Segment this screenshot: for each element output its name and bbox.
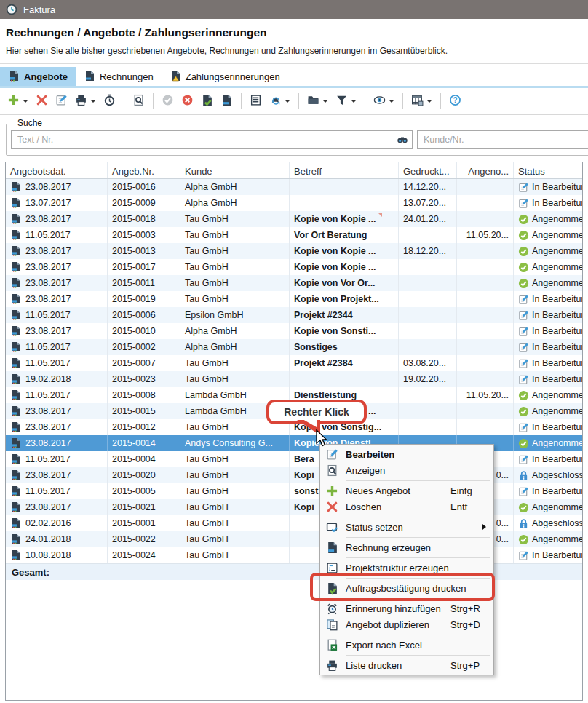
cell-kunde: Tau GmbH [180, 371, 290, 387]
column-header-6[interactable]: Status [514, 162, 582, 178]
binoculars-icon[interactable] [397, 134, 408, 146]
table-body: 23.08.20172015-0016Alpha GmbH14.12.20...… [6, 179, 582, 563]
cell-angebotsdatum: 23.08.2017 [6, 211, 108, 227]
tab-zahlungserinnerungen[interactable]: Zahlungserinnerungen [162, 67, 288, 86]
customer-search-input[interactable] [417, 130, 588, 149]
cell-kunde: Epsilon GmbH [180, 307, 290, 323]
table-row[interactable]: 19.02.20182015-0023Tau GmbH19.02.20...In… [6, 371, 582, 387]
table-row[interactable]: 23.08.20172015-0013Tau GmbHKopie von Kop… [6, 243, 582, 259]
menu-separator [346, 480, 490, 481]
toolbar-new-offer-button[interactable] [4, 92, 31, 111]
menu-item-status-setzen[interactable]: Status setzen [320, 519, 493, 535]
cell-status: Angenommen [514, 227, 582, 243]
toolbar-reject-button[interactable] [178, 92, 196, 111]
table-row[interactable]: 13.07.20172015-0009Alpha GmbH13.07.20...… [6, 195, 582, 211]
folder-icon [307, 94, 319, 109]
table-row[interactable]: 11.05.20172015-0004Tau GmbHBeraIn Bearbe… [6, 451, 582, 467]
mouse-cursor-icon [316, 429, 329, 447]
clock-icon [6, 4, 17, 15]
toolbar-print-button[interactable] [72, 92, 99, 111]
table-row[interactable]: 02.02.20162015-0001Tau GmbH0...Abgeschlo… [6, 515, 582, 531]
menu-item-bearbeiten[interactable]: Bearbeiten [320, 446, 493, 462]
toolbar-history-button[interactable] [100, 92, 119, 111]
table-row[interactable]: 11.05.20172015-0006Epsilon GmbHProjekt #… [6, 307, 582, 323]
menu-item-export-nach-excel[interactable]: Export nach Excel [320, 637, 493, 653]
toolbar-filter-button[interactable] [333, 92, 359, 111]
column-header-1[interactable]: Angeb.Nr. [108, 162, 180, 178]
tab-angebote[interactable]: Angebote [0, 67, 76, 86]
cell-status: In Bearbeitung [514, 483, 582, 499]
cell-betreff: Kopie von Sonsti... [290, 323, 399, 339]
menu-item-label: Rechnung erzeugen [346, 542, 431, 553]
toolbar-refresh-layout-button[interactable] [266, 92, 293, 111]
column-header-4[interactable]: Gedruckt... [399, 162, 457, 178]
toolbar-delete-button[interactable] [33, 92, 51, 111]
status-badge: Angenommen [532, 214, 582, 224]
menu-item-loeschen[interactable]: LöschenEntf [320, 499, 493, 515]
toolbar-report-button[interactable] [247, 92, 265, 111]
menu-shortcut: Strg+R [450, 603, 480, 614]
cell-angebotsnummer: 2015-0022 [108, 531, 180, 547]
cell-angebotsdatum: 23.08.2017 [6, 419, 108, 435]
toolbar-folder-button[interactable] [304, 92, 331, 111]
menu-item-liste-drucken[interactable]: Liste druckenStrg+P [320, 657, 493, 673]
table-row[interactable]: 23.08.20172015-0010Alpha GmbHKopie von S… [6, 323, 582, 339]
toolbar-doc-accept-button[interactable] [198, 92, 216, 111]
table-row[interactable]: 23.08.20172015-0018Tau GmbHKopie von Kop… [6, 211, 582, 227]
column-header-5[interactable]: Angeno... [457, 162, 514, 178]
toolbar-edit-button[interactable] [52, 92, 71, 111]
table-row[interactable]: 11.05.20172015-0003Tau GmbHVor Ort Berat… [6, 227, 582, 243]
table-row[interactable]: 10.08.20182015-0024Tau GmbHIn Bearbeitun… [6, 547, 582, 563]
edit-icon [518, 310, 529, 321]
header-divider [0, 63, 588, 64]
cell-kunde: Alpha GmbH [180, 323, 290, 339]
tab-rechnungen[interactable]: Rechnungen [76, 67, 162, 86]
menu-item-projektstruktur-erzeugen[interactable]: Projektstruktur erzeugen [320, 560, 493, 576]
table-row[interactable]: 23.08.20172015-0017Tau GmbHKopie von Kop… [6, 259, 582, 275]
edit-icon [518, 374, 529, 385]
table-row[interactable]: 23.08.20172015-0021Tau GmbHKopiAngenomme… [6, 499, 582, 515]
menu-item-auftragsbestaetigung-drucken[interactable]: Auftragsbestätigung drucken [320, 580, 493, 596]
cell-angebotsdatum: 11.05.2017 [6, 355, 108, 371]
table-row[interactable]: 23.08.20172015-0016Alpha GmbH14.12.20...… [6, 179, 582, 195]
quote-doc-icon [10, 213, 21, 225]
cell-kunde: Tau GmbH [180, 451, 290, 467]
toolbar-preview-button[interactable] [130, 92, 148, 111]
menu-item-rechnung-erzeugen[interactable]: Rechnung erzeugen [320, 539, 493, 555]
table-row[interactable]: 24.01.20182015-0022Tau GmbH0...Angenomme… [6, 531, 582, 547]
edit-icon [518, 342, 529, 353]
toolbar-table-settings-button[interactable] [408, 92, 435, 111]
cell-gedruckt [399, 259, 457, 275]
menu-separator [346, 598, 490, 599]
menu-item-label: Erinnerung hinzufügen [346, 603, 441, 614]
app-window: Faktura Rechnungen / Angebote / Zahlungs… [0, 0, 588, 703]
toolbar-help-button[interactable]: ? [446, 92, 464, 111]
quote-doc-icon [10, 405, 21, 417]
status-badge: Angenommen [532, 262, 582, 272]
menu-item-label: Bearbeiten [346, 449, 394, 460]
search-group-label: Suche [14, 118, 46, 128]
column-header-0[interactable]: Angebotsdat. [6, 162, 108, 178]
quote-doc-icon [10, 181, 21, 193]
table-row[interactable]: 23.08.20172015-0014Andys Consulting G...… [6, 435, 582, 451]
table-row[interactable]: 23.08.20172015-0019Tau GmbHKopie von Pro… [6, 291, 582, 307]
table-row[interactable]: 11.05.20172015-0007Tau GmbHProjekt #2384… [6, 355, 582, 371]
menu-item-angebot-duplizieren[interactable]: Angebot duplizierenStrg+D [320, 616, 493, 632]
table-row[interactable]: 23.08.20172015-0020Tau GmbHKopi0...Abges… [6, 467, 582, 483]
edit-icon [518, 182, 529, 193]
toolbar-doc-export-button[interactable] [218, 92, 236, 111]
column-header-3[interactable]: Betreff [290, 162, 399, 178]
toolbar-approve-button[interactable] [159, 92, 177, 111]
menu-item-anzeigen[interactable]: Anzeigen [320, 462, 493, 478]
menu-item-neues-angebot[interactable]: Neues AngebotEinfg [320, 482, 493, 499]
column-header-2[interactable]: Kunde [180, 162, 290, 178]
project-icon [326, 562, 338, 574]
table-row[interactable]: 23.08.20172015-0011Tau GmbHKopie von Vor… [6, 275, 582, 291]
search-input[interactable] [11, 130, 413, 149]
menu-item-erinnerung-hinzufuegen[interactable]: Erinnerung hinzufügenStrg+R [320, 600, 493, 616]
window-title: Faktura [23, 4, 55, 15]
table-row[interactable]: 11.05.20172015-0005Tau GmbHsonstIn Bearb… [6, 483, 582, 499]
table-row[interactable]: 11.05.20172015-0002Alpha GmbHSonstigesIn… [6, 339, 582, 355]
quote-doc-icon [10, 485, 21, 497]
toolbar-view-button[interactable] [370, 92, 397, 111]
